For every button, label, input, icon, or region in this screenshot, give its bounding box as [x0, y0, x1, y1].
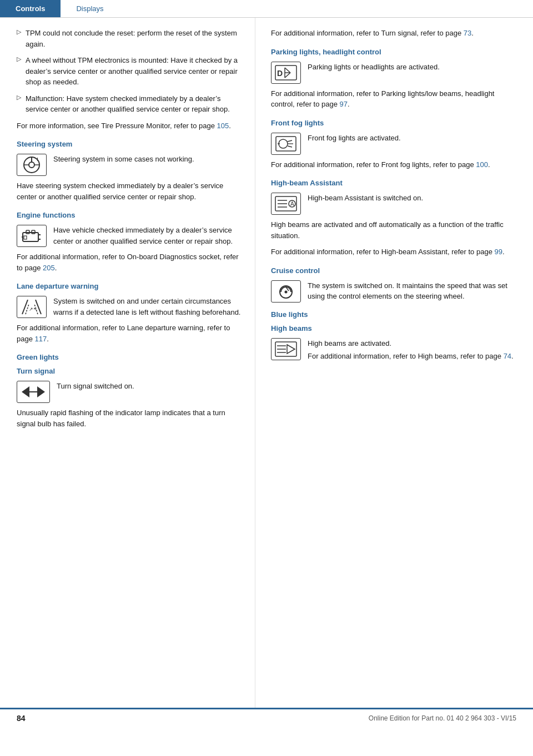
parking-row: D Parking lights or headlights are activ…: [271, 62, 520, 84]
svg-marker-20: [37, 386, 45, 397]
turn-signal-link[interactable]: 73: [464, 29, 471, 37]
svg-line-32: [288, 146, 292, 147]
fog-lights-icon: [271, 133, 301, 155]
bullet-arrow-3: ▷: [17, 94, 21, 101]
svg-rect-6: [23, 233, 38, 241]
bullet-item-tpm2: ▷ A wheel without TPM electronics is mou…: [17, 55, 242, 88]
svg-rect-12: [24, 236, 27, 239]
parking-link[interactable]: 97: [340, 100, 348, 108]
svg-text:A: A: [290, 201, 294, 207]
lane-heading: Lane departure warning: [17, 282, 242, 290]
tpm-para: For more information, see Tire Pressure …: [17, 120, 242, 132]
cruise-row: The system is switched on. It maintains …: [271, 280, 520, 303]
high-beams-blue-icon: [271, 338, 301, 360]
lane-row: ↗ ↖ System is switched on and under cert…: [17, 296, 242, 318]
header-tabs: Controls Displays: [0, 0, 533, 18]
bullet-text-2: A wheel without TPM electronics is mount…: [26, 55, 242, 88]
steering-row: ! Steering system in some cases not work…: [17, 154, 242, 176]
green-lights-heading: Green lights: [17, 353, 242, 361]
tab-displays[interactable]: Displays: [61, 0, 119, 17]
steering-heading: Steering system: [17, 140, 242, 148]
steering-icon: !: [17, 154, 47, 176]
highbeam-assist-para1: High beams are activated and off automat…: [271, 219, 520, 241]
highbeam-assist-text: High-beam Assistant is switched on.: [308, 193, 520, 204]
high-beams-link[interactable]: 74: [504, 352, 511, 360]
engine-row: Have vehicle checked immediately by a de…: [17, 225, 242, 247]
bullet-arrow-1: ▷: [17, 28, 21, 36]
svg-marker-19: [22, 386, 29, 397]
footer: 84 Online Edition for Part no. 01 40 2 9…: [0, 708, 533, 727]
lane-text: System is switched on and under certain …: [53, 296, 242, 317]
parking-heading: Parking lights, headlight control: [271, 48, 520, 56]
svg-point-1: [29, 162, 34, 168]
highbeam-assist-icon: A: [271, 193, 301, 215]
fog-text: Front fog lights are activated.: [308, 133, 520, 144]
turn-signal-text: Turn signal switched on.: [57, 381, 242, 392]
engine-para: For additional information, refer to On-…: [17, 251, 242, 273]
parking-text: Parking lights or headlights are activat…: [308, 62, 520, 73]
footer-part-number: Online Edition for Part no. 01 40 2 964 …: [369, 714, 516, 722]
bullet-item-tpm3: ▷ Malfunction: Have system checked immed…: [17, 93, 242, 115]
svg-text:↗: ↗: [29, 306, 33, 312]
high-beams-row: High beams are activated. For additional…: [271, 338, 520, 362]
lane-icon: ↗ ↖: [17, 296, 47, 318]
parking-lights-icon: D: [271, 62, 301, 84]
svg-line-13: [22, 300, 28, 314]
cruise-heading: Cruise control: [271, 266, 520, 275]
engine-link[interactable]: 205: [43, 264, 55, 272]
steering-para: Have steering system checked immediately…: [17, 180, 242, 202]
fog-heading: Front fog lights: [271, 119, 520, 127]
svg-point-29: [279, 139, 288, 148]
lane-link[interactable]: 117: [35, 335, 47, 343]
turn-signal-row: Turn signal switched on.: [17, 381, 242, 403]
parking-para: For additional information, refer to Par…: [271, 88, 520, 110]
tab-controls[interactable]: Controls: [0, 0, 61, 17]
page-number: 84: [17, 714, 26, 723]
highbeam-assist-heading: High-beam Assistant: [271, 179, 520, 187]
bullet-text-3: Malfunction: Have system checked immedia…: [26, 93, 242, 115]
engine-text: Have vehicle checked immediately by a de…: [53, 225, 242, 246]
steering-text: Steering system in some cases not workin…: [53, 154, 242, 165]
left-column: ▷ TPM could not conclude the reset: perf…: [0, 18, 255, 708]
highbeam-assist-para2: For additional information, refer to Hig…: [271, 246, 520, 258]
lane-para: For additional information, refer to Lan…: [17, 322, 242, 344]
svg-point-42: [285, 290, 288, 293]
turn-signal-para2: Unusually rapid flashing of the indicato…: [17, 407, 242, 429]
svg-line-30: [288, 140, 292, 142]
fog-para: For additional information, refer to Fro…: [271, 159, 520, 170]
high-beams-heading: High beams: [271, 324, 520, 332]
cruise-text: The system is switched on. It maintains …: [308, 280, 520, 302]
svg-text:↖: ↖: [33, 306, 38, 312]
highbeam-assist-row: A High-beam Assistant is switched on.: [271, 193, 520, 215]
svg-text:!: !: [37, 157, 38, 162]
svg-text:D: D: [277, 69, 283, 78]
turn-signal-icon: [17, 381, 50, 403]
fog-link[interactable]: 100: [476, 160, 488, 169]
cruise-control-icon: [271, 280, 301, 303]
turn-signal-heading: Turn signal: [17, 367, 242, 375]
engine-icon: [17, 225, 47, 247]
highbeam-assist-link[interactable]: 99: [494, 248, 502, 256]
tpm-link[interactable]: 105: [217, 122, 229, 130]
svg-line-24: [285, 68, 290, 73]
svg-line-26: [285, 73, 290, 78]
engine-heading: Engine functions: [17, 211, 242, 219]
right-column: For additional information, refer to Tur…: [255, 18, 533, 708]
bullet-text-1: TPM could not conclude the reset: perfor…: [26, 28, 242, 49]
high-beams-text: High beams are activated. For additional…: [308, 338, 520, 362]
bullet-item-tpm1: ▷ TPM could not conclude the reset: perf…: [17, 28, 242, 49]
fog-row: Front fog lights are activated.: [271, 133, 520, 155]
turn-signal-ref: For additional information, refer to Tur…: [271, 28, 520, 39]
bullet-arrow-2: ▷: [17, 56, 21, 63]
blue-lights-heading: Blue lights: [271, 310, 520, 319]
